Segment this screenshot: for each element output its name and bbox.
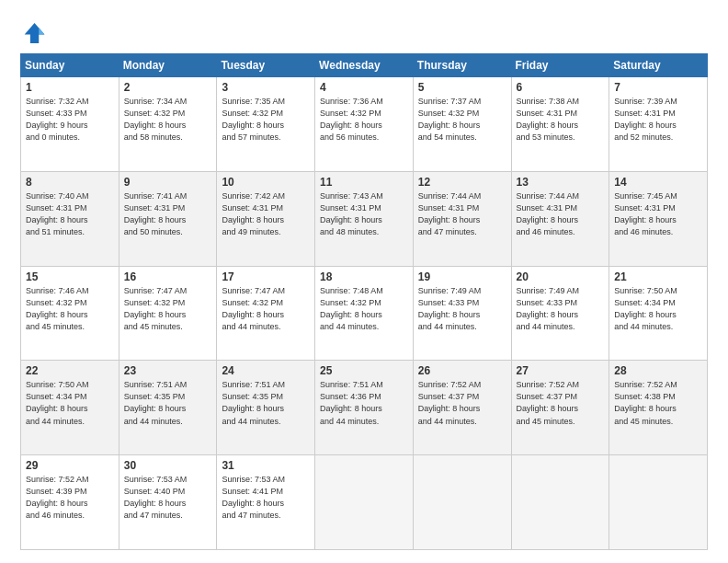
calendar-day: 2Sunrise: 7:34 AM Sunset: 4:32 PM Daylig… (119, 77, 217, 172)
svg-marker-1 (39, 28, 44, 35)
calendar-day: 4Sunrise: 7:36 AM Sunset: 4:32 PM Daylig… (315, 77, 414, 172)
weekday-header: Monday (119, 54, 217, 77)
calendar-day: 7Sunrise: 7:39 AM Sunset: 4:31 PM Daylig… (609, 77, 708, 172)
day-number: 25 (320, 364, 408, 377)
day-info: Sunrise: 7:50 AM Sunset: 4:34 PM Dayligh… (26, 379, 114, 427)
logo (20, 20, 50, 46)
weekday-header: Tuesday (217, 54, 315, 77)
day-number: 12 (418, 176, 506, 189)
calendar-day: 17Sunrise: 7:47 AM Sunset: 4:32 PM Dayli… (217, 266, 315, 361)
calendar-day: 20Sunrise: 7:49 AM Sunset: 4:33 PM Dayli… (511, 266, 609, 361)
day-number: 20 (517, 270, 605, 283)
calendar-day: 3Sunrise: 7:35 AM Sunset: 4:32 PM Daylig… (217, 77, 315, 172)
day-info: Sunrise: 7:52 AM Sunset: 4:37 PM Dayligh… (418, 379, 506, 427)
calendar-table: SundayMondayTuesdayWednesdayThursdayFrid… (20, 53, 708, 550)
logo-icon (20, 20, 46, 46)
calendar-day: 25Sunrise: 7:51 AM Sunset: 4:36 PM Dayli… (315, 361, 414, 455)
calendar-day: 16Sunrise: 7:47 AM Sunset: 4:32 PM Dayli… (119, 266, 217, 361)
day-number: 18 (320, 270, 408, 283)
empty-cell (413, 455, 511, 550)
day-number: 28 (614, 364, 702, 377)
calendar-day: 24Sunrise: 7:51 AM Sunset: 4:35 PM Dayli… (217, 361, 315, 455)
calendar-day: 6Sunrise: 7:38 AM Sunset: 4:31 PM Daylig… (511, 77, 609, 172)
calendar-day: 13Sunrise: 7:44 AM Sunset: 4:31 PM Dayli… (511, 171, 609, 266)
calendar-day: 14Sunrise: 7:45 AM Sunset: 4:31 PM Dayli… (609, 171, 708, 266)
day-number: 21 (614, 270, 702, 283)
day-number: 17 (222, 270, 310, 283)
day-info: Sunrise: 7:53 AM Sunset: 4:40 PM Dayligh… (124, 474, 212, 522)
weekday-header: Friday (511, 54, 609, 77)
day-number: 6 (517, 81, 605, 94)
day-info: Sunrise: 7:51 AM Sunset: 4:35 PM Dayligh… (222, 379, 310, 427)
page: SundayMondayTuesdayWednesdayThursdayFrid… (0, 0, 728, 563)
day-number: 19 (418, 270, 506, 283)
day-number: 31 (222, 459, 310, 472)
calendar-day: 15Sunrise: 7:46 AM Sunset: 4:32 PM Dayli… (21, 266, 119, 361)
calendar-day: 19Sunrise: 7:49 AM Sunset: 4:33 PM Dayli… (413, 266, 511, 361)
empty-cell (511, 455, 609, 550)
day-number: 14 (614, 176, 702, 189)
day-number: 29 (26, 459, 114, 472)
calendar-day: 28Sunrise: 7:52 AM Sunset: 4:38 PM Dayli… (609, 361, 708, 455)
day-info: Sunrise: 7:36 AM Sunset: 4:32 PM Dayligh… (320, 96, 408, 144)
day-info: Sunrise: 7:42 AM Sunset: 4:31 PM Dayligh… (222, 190, 310, 238)
calendar-day: 27Sunrise: 7:52 AM Sunset: 4:37 PM Dayli… (511, 361, 609, 455)
day-number: 9 (124, 176, 212, 189)
calendar-day: 1Sunrise: 7:32 AM Sunset: 4:33 PM Daylig… (21, 77, 119, 172)
day-info: Sunrise: 7:35 AM Sunset: 4:32 PM Dayligh… (222, 96, 310, 144)
day-info: Sunrise: 7:48 AM Sunset: 4:32 PM Dayligh… (320, 285, 408, 333)
calendar-day: 12Sunrise: 7:44 AM Sunset: 4:31 PM Dayli… (413, 171, 511, 266)
day-info: Sunrise: 7:52 AM Sunset: 4:38 PM Dayligh… (614, 379, 702, 427)
weekday-header: Saturday (609, 54, 708, 77)
day-number: 7 (614, 81, 702, 94)
day-info: Sunrise: 7:49 AM Sunset: 4:33 PM Dayligh… (517, 285, 605, 333)
day-number: 15 (26, 270, 114, 283)
day-info: Sunrise: 7:41 AM Sunset: 4:31 PM Dayligh… (124, 190, 212, 238)
day-info: Sunrise: 7:47 AM Sunset: 4:32 PM Dayligh… (222, 285, 310, 333)
weekday-header: Sunday (21, 54, 119, 77)
day-number: 27 (517, 364, 605, 377)
day-number: 16 (124, 270, 212, 283)
day-info: Sunrise: 7:44 AM Sunset: 4:31 PM Dayligh… (517, 190, 605, 238)
weekday-header: Thursday (413, 54, 511, 77)
day-number: 23 (124, 364, 212, 377)
day-info: Sunrise: 7:52 AM Sunset: 4:37 PM Dayligh… (517, 379, 605, 427)
calendar-day: 9Sunrise: 7:41 AM Sunset: 4:31 PM Daylig… (119, 171, 217, 266)
day-info: Sunrise: 7:53 AM Sunset: 4:41 PM Dayligh… (222, 474, 310, 522)
calendar-day: 26Sunrise: 7:52 AM Sunset: 4:37 PM Dayli… (413, 361, 511, 455)
calendar-day: 29Sunrise: 7:52 AM Sunset: 4:39 PM Dayli… (21, 455, 119, 550)
day-info: Sunrise: 7:38 AM Sunset: 4:31 PM Dayligh… (517, 96, 605, 144)
day-info: Sunrise: 7:32 AM Sunset: 4:33 PM Dayligh… (26, 96, 114, 144)
weekday-header: Wednesday (315, 54, 414, 77)
day-number: 24 (222, 364, 310, 377)
day-info: Sunrise: 7:50 AM Sunset: 4:34 PM Dayligh… (614, 285, 702, 333)
empty-cell (315, 455, 414, 550)
day-number: 8 (26, 176, 114, 189)
day-number: 10 (222, 176, 310, 189)
day-info: Sunrise: 7:49 AM Sunset: 4:33 PM Dayligh… (418, 285, 506, 333)
calendar-day: 23Sunrise: 7:51 AM Sunset: 4:35 PM Dayli… (119, 361, 217, 455)
day-number: 4 (320, 81, 408, 94)
day-number: 5 (418, 81, 506, 94)
day-info: Sunrise: 7:44 AM Sunset: 4:31 PM Dayligh… (418, 190, 506, 238)
day-info: Sunrise: 7:46 AM Sunset: 4:32 PM Dayligh… (26, 285, 114, 333)
calendar-day: 11Sunrise: 7:43 AM Sunset: 4:31 PM Dayli… (315, 171, 414, 266)
day-number: 2 (124, 81, 212, 94)
calendar-day: 22Sunrise: 7:50 AM Sunset: 4:34 PM Dayli… (21, 361, 119, 455)
day-info: Sunrise: 7:45 AM Sunset: 4:31 PM Dayligh… (614, 190, 702, 238)
day-info: Sunrise: 7:51 AM Sunset: 4:35 PM Dayligh… (124, 379, 212, 427)
calendar-day: 31Sunrise: 7:53 AM Sunset: 4:41 PM Dayli… (217, 455, 315, 550)
day-info: Sunrise: 7:34 AM Sunset: 4:32 PM Dayligh… (124, 96, 212, 144)
calendar-day: 5Sunrise: 7:37 AM Sunset: 4:32 PM Daylig… (413, 77, 511, 172)
day-info: Sunrise: 7:37 AM Sunset: 4:32 PM Dayligh… (418, 96, 506, 144)
calendar-day: 8Sunrise: 7:40 AM Sunset: 4:31 PM Daylig… (21, 171, 119, 266)
day-info: Sunrise: 7:39 AM Sunset: 4:31 PM Dayligh… (614, 96, 702, 144)
empty-cell (609, 455, 708, 550)
day-number: 30 (124, 459, 212, 472)
header (20, 17, 708, 46)
calendar-day: 10Sunrise: 7:42 AM Sunset: 4:31 PM Dayli… (217, 171, 315, 266)
day-number: 1 (26, 81, 114, 94)
day-number: 11 (320, 176, 408, 189)
calendar-day: 21Sunrise: 7:50 AM Sunset: 4:34 PM Dayli… (609, 266, 708, 361)
day-number: 26 (418, 364, 506, 377)
